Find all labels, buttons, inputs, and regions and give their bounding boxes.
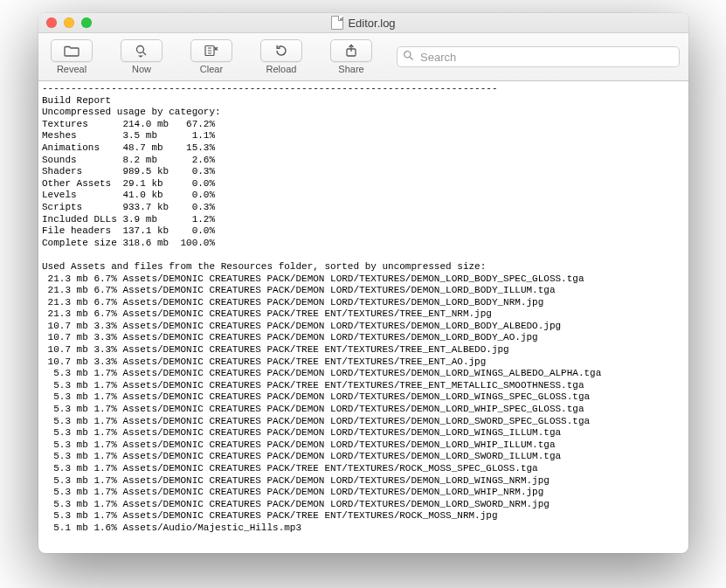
now-label: Now (132, 64, 151, 74)
svg-line-1 (143, 52, 147, 56)
magnify-down-icon (135, 44, 149, 58)
search-field[interactable] (397, 46, 680, 67)
reveal-group: Reveal (47, 39, 96, 74)
reload-icon (274, 44, 288, 58)
zoom-window-button[interactable] (81, 17, 92, 28)
minimize-window-button[interactable] (64, 17, 74, 28)
reload-button[interactable] (260, 39, 302, 62)
titlebar: Editor.log (38, 13, 688, 33)
clear-button[interactable] (190, 39, 232, 62)
share-icon (345, 44, 357, 58)
search-wrap (397, 46, 680, 67)
svg-point-0 (137, 46, 144, 53)
reveal-button[interactable] (51, 39, 93, 62)
clear-group: Clear (187, 39, 236, 74)
console-window: Editor.log Reveal Now (38, 13, 688, 553)
clear-label: Clear (200, 64, 223, 74)
share-label: Share (338, 64, 363, 74)
search-icon (403, 50, 414, 64)
toolbar: Reveal Now Clear Rel (38, 33, 688, 81)
reload-group: Reload (257, 39, 306, 74)
search-input[interactable] (418, 50, 674, 65)
close-window-button[interactable] (46, 17, 57, 28)
window-title: Editor.log (38, 16, 688, 30)
window-title-text: Editor.log (348, 17, 395, 30)
share-group: Share (327, 39, 376, 74)
log-output[interactable]: ----------------------------------------… (38, 81, 688, 553)
clear-icon (204, 45, 219, 57)
folder-icon (64, 45, 80, 57)
window-controls (38, 17, 92, 28)
svg-line-11 (410, 57, 412, 59)
now-group: Now (117, 39, 166, 74)
reveal-label: Reveal (57, 64, 86, 74)
reload-label: Reload (266, 64, 297, 74)
share-button[interactable] (330, 39, 372, 62)
svg-point-10 (404, 52, 411, 58)
document-icon (331, 16, 343, 30)
now-button[interactable] (121, 39, 162, 62)
